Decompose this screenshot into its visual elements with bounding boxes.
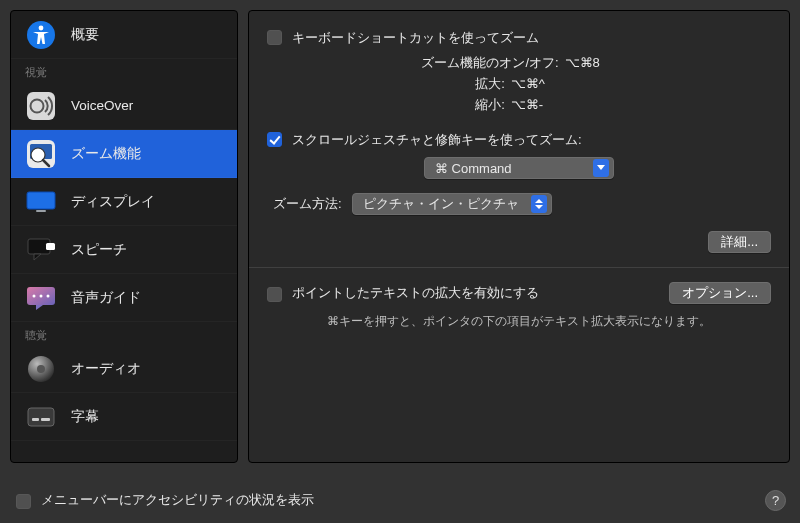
options-button[interactable]: オプション... [669,282,771,304]
sidebar-item-speech[interactable]: スピーチ [11,226,237,274]
svg-point-13 [33,294,36,297]
menubar-status-checkbox[interactable] [16,494,31,509]
sidebar-item-label: スピーチ [71,241,127,259]
voiceover-icon [25,90,57,122]
zoom-method-label: ズーム方法: [273,195,342,213]
shortcut-key-label: 縮小: [475,95,505,116]
svg-rect-8 [27,192,55,209]
speech-icon [25,234,57,266]
sidebar-item-descriptions[interactable]: 音声ガイド [11,274,237,322]
audio-icon [25,353,57,385]
svg-point-15 [47,294,50,297]
sidebar[interactable]: 概要 視覚 VoiceOver ズーム機能 ディスプレイ スピーチ [10,10,238,463]
detail-pane: キーボードショートカットを使ってズーム ズーム機能のオン/オフ:⌥⌘8 拡大:⌥… [248,10,790,463]
hover-text-checkbox[interactable] [267,287,282,302]
sidebar-item-display[interactable]: ディスプレイ [11,178,237,226]
hover-text-label: ポイントしたテキストの拡大を有効にする [292,284,539,302]
sidebar-item-zoom[interactable]: ズーム機能 [11,130,237,178]
shortcut-key-label: 拡大: [475,74,505,95]
sidebar-item-audio[interactable]: オーディオ [11,345,237,393]
sidebar-section-hearing: 聴覚 [11,322,237,345]
modifier-select-value: ⌘ Command [435,161,512,176]
sidebar-item-voiceover[interactable]: VoiceOver [11,82,237,130]
sidebar-item-label: ディスプレイ [71,193,155,211]
shortcut-key-label: ズーム機能のオン/オフ: [421,53,558,74]
svg-rect-20 [41,418,50,421]
shortcut-list: ズーム機能のオン/オフ:⌥⌘8 拡大:⌥⌘^ 縮小:⌥⌘- [267,53,771,115]
captions-icon [25,401,57,433]
sidebar-item-label: オーディオ [71,360,141,378]
sidebar-item-overview[interactable]: 概要 [11,11,237,59]
svg-rect-11 [46,243,55,250]
chevron-up-down-icon [531,195,547,213]
sidebar-item-label: ズーム機能 [71,145,141,163]
descriptions-icon [25,282,57,314]
sidebar-item-captions[interactable]: 字幕 [11,393,237,441]
separator [249,267,789,268]
shortcut-key-value: ⌥⌘8 [565,53,617,74]
svg-point-17 [37,365,45,373]
sidebar-item-label: 音声ガイド [71,289,141,307]
advanced-button[interactable]: 詳細... [708,231,771,253]
help-button[interactable]: ? [765,490,786,511]
chevron-down-icon [593,159,609,177]
menubar-status-label: メニューバーにアクセシビリティの状況を表示 [41,491,314,509]
sidebar-item-label: VoiceOver [71,98,133,113]
svg-rect-9 [36,210,46,212]
svg-rect-19 [32,418,39,421]
accessibility-icon [25,19,57,51]
footer: メニューバーにアクセシビリティの状況を表示 ? [0,477,800,523]
use-scroll-label: スクロールジェスチャと修飾キーを使ってズーム: [292,131,582,149]
zoom-method-select[interactable]: ピクチャ・イン・ピクチャ [352,193,552,215]
hover-text-hint: ⌘キーを押すと、ポインタの下の項目がテキスト拡大表示になります。 [267,314,771,329]
sidebar-item-label: 字幕 [71,408,99,426]
zoom-method-value: ピクチャ・イン・ピクチャ [363,195,519,213]
use-scroll-checkbox[interactable] [267,132,282,147]
svg-point-14 [40,294,43,297]
shortcut-key-value: ⌥⌘- [511,95,563,116]
display-icon [25,186,57,218]
zoom-icon [25,138,57,170]
use-shortcuts-checkbox[interactable] [267,30,282,45]
shortcut-key-value: ⌥⌘^ [511,74,563,95]
svg-point-1 [39,25,44,30]
sidebar-section-vision: 視覚 [11,59,237,82]
use-shortcuts-label: キーボードショートカットを使ってズーム [292,29,539,47]
sidebar-item-label: 概要 [71,26,99,44]
modifier-select[interactable]: ⌘ Command [424,157,614,179]
svg-rect-18 [28,408,54,426]
